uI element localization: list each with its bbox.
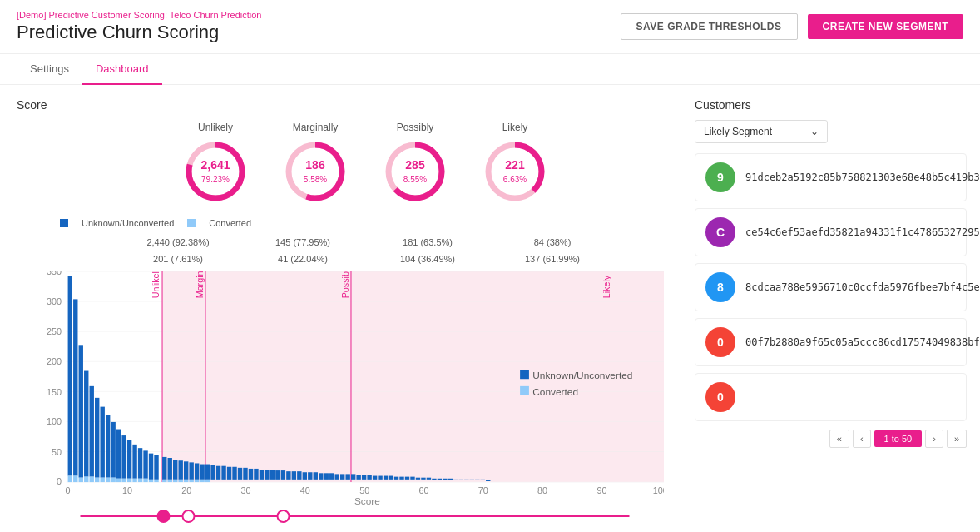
svg-rect-94 — [286, 471, 290, 480]
svg-rect-25 — [68, 276, 72, 475]
svg-rect-115 — [399, 476, 403, 479]
svg-text:Marginally: Marginally — [195, 271, 205, 298]
donut-value-unlikely: 2,641 — [200, 158, 230, 172]
svg-rect-82 — [227, 466, 231, 479]
svg-text:40: 40 — [300, 485, 310, 495]
svg-rect-72 — [189, 479, 193, 481]
svg-text:50: 50 — [52, 446, 62, 456]
svg-rect-64 — [173, 460, 177, 480]
next-page-button[interactable]: › — [925, 430, 943, 448]
svg-rect-127 — [464, 479, 468, 480]
avatar: C — [705, 217, 735, 247]
svg-rect-52 — [138, 478, 142, 481]
svg-text:50: 50 — [359, 485, 369, 495]
svg-rect-92 — [275, 470, 280, 480]
svg-rect-149 — [520, 385, 529, 395]
svg-rect-70 — [184, 479, 188, 481]
stat-marginally-converted: 41 (22.04%) — [257, 251, 349, 268]
svg-text:250: 250 — [47, 326, 62, 336]
donut-value-likely: 221 — [503, 158, 527, 172]
svg-rect-62 — [168, 458, 172, 480]
svg-text:100: 100 — [47, 416, 62, 426]
save-grade-thresholds-button[interactable]: SAVE GRADE THRESHOLDS — [621, 13, 798, 40]
list-item: 0 — [695, 373, 967, 421]
svg-rect-48 — [127, 478, 131, 481]
svg-rect-44 — [116, 478, 121, 481]
svg-rect-107 — [356, 475, 360, 479]
svg-rect-90 — [270, 470, 275, 480]
svg-rect-147 — [520, 370, 529, 379]
svg-rect-61 — [162, 479, 166, 481]
svg-rect-104 — [340, 474, 344, 479]
svg-rect-111 — [378, 475, 382, 479]
donut-percent-likely: 6.63% — [503, 175, 527, 184]
svg-text:20: 20 — [181, 485, 191, 495]
score-cards: Unlikely 2,641 79.23% Marginally — [17, 122, 664, 205]
first-page-button[interactable]: « — [829, 430, 849, 448]
svg-rect-121 — [432, 478, 436, 480]
svg-rect-75 — [200, 464, 204, 479]
score-card-title-likely: Likely — [502, 122, 528, 133]
svg-rect-39 — [106, 415, 110, 477]
svg-rect-102 — [329, 473, 334, 480]
svg-rect-112 — [384, 475, 388, 479]
donut-percent-possibly: 8.55% — [403, 175, 427, 184]
svg-rect-74 — [195, 479, 199, 481]
svg-rect-32 — [84, 476, 88, 481]
svg-text:200: 200 — [47, 356, 62, 366]
svg-rect-99 — [314, 472, 318, 480]
svg-rect-120 — [427, 477, 431, 479]
svg-text:Unlikely: Unlikely — [151, 271, 161, 298]
svg-rect-30 — [79, 477, 83, 481]
prev-page-button[interactable]: ‹ — [853, 430, 871, 448]
score-card-marginally: Marginally 186 5.58% — [282, 122, 349, 205]
avatar: 0 — [705, 382, 735, 412]
score-card-title-unlikely: Unlikely — [198, 122, 233, 133]
svg-text:Likely: Likely — [601, 275, 611, 298]
score-section-title: Score — [17, 98, 664, 112]
create-new-segment-button[interactable]: CREATE NEW SEGMENT — [808, 14, 963, 39]
svg-rect-50 — [132, 478, 136, 481]
tab-settings[interactable]: Settings — [17, 54, 82, 85]
svg-rect-60 — [162, 457, 166, 480]
score-card-likely: Likely 221 6.63% — [482, 122, 548, 205]
svg-rect-86 — [249, 469, 253, 480]
svg-rect-117 — [410, 476, 414, 479]
svg-rect-35 — [95, 397, 99, 477]
tab-dashboard[interactable]: Dashboard — [82, 54, 162, 85]
donut-value-possibly: 285 — [403, 158, 427, 172]
score-card-possibly: Possibly 285 8.55% — [382, 122, 448, 205]
svg-rect-40 — [106, 477, 110, 481]
demo-label: [Demo] Predictive Customer Scoring: Telc… — [17, 10, 261, 20]
histogram-chart: 350 300 250 200 150 100 50 0 — [17, 271, 664, 505]
svg-rect-57 — [154, 455, 158, 479]
chevron-down-icon: ⌄ — [810, 126, 819, 137]
stat-likely-converted: 137 (61.99%) — [507, 251, 598, 268]
svg-text:60: 60 — [418, 485, 428, 495]
svg-rect-47 — [127, 440, 131, 478]
svg-text:0: 0 — [66, 485, 71, 495]
svg-rect-101 — [324, 473, 329, 480]
customer-id: 00f7b2880a9f65c05a5ccc86cd17574049838bfa — [745, 336, 980, 348]
svg-rect-106 — [351, 474, 355, 479]
svg-rect-126 — [459, 479, 463, 480]
svg-rect-89 — [265, 470, 269, 480]
last-page-button[interactable]: » — [947, 430, 967, 448]
svg-rect-81 — [221, 465, 225, 479]
top-bar-left: [Demo] Predictive Customer Scoring: Telc… — [17, 10, 261, 43]
svg-rect-109 — [367, 475, 371, 479]
svg-rect-125 — [453, 479, 458, 480]
score-card-unlikely: Unlikely 2,641 79.23% — [182, 122, 249, 205]
stat-possibly-converted: 104 (36.49%) — [382, 251, 473, 268]
svg-rect-118 — [416, 477, 420, 479]
svg-rect-98 — [308, 472, 312, 480]
svg-rect-41 — [111, 422, 115, 478]
svg-rect-84 — [238, 467, 242, 479]
segment-dropdown[interactable]: Likely Segment ⌄ — [695, 120, 828, 143]
svg-text:350: 350 — [47, 271, 62, 276]
svg-rect-54 — [143, 478, 147, 481]
svg-rect-95 — [292, 471, 296, 480]
stat-unlikely-converted: 201 (7.61%) — [132, 251, 224, 268]
svg-rect-77 — [205, 464, 210, 479]
svg-rect-66 — [179, 460, 183, 480]
